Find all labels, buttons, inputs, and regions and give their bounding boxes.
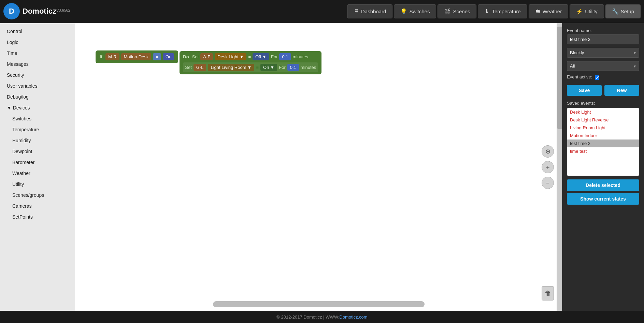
new-button[interactable]: New (604, 85, 639, 96)
zoom-out-button[interactable]: － (542, 177, 554, 189)
do-label: Do (183, 54, 189, 59)
scenes-tab-label: Scenes (453, 9, 470, 14)
switches-tab-label: Switches (409, 9, 430, 14)
sidebar-item-temperature[interactable]: Temperature (0, 124, 75, 135)
sidebar-item-user-variables[interactable]: User variables (0, 80, 75, 91)
footer: © 2012-2017 Domoticz | WWW: Domoticz.com (0, 311, 644, 323)
sidebar-item-control[interactable]: Control (0, 26, 75, 37)
setup-tab-label: Setup (621, 9, 634, 14)
sidebar-item-switches[interactable]: Switches (0, 113, 75, 124)
sidebar-item-barometer[interactable]: Barometer (0, 157, 75, 168)
nav-tab-dashboard[interactable]: 🖥Dashboard (347, 4, 392, 18)
delete-selected-button[interactable]: Delete selected (567, 179, 639, 191)
event-item-desk-light[interactable]: Desk Light (567, 108, 639, 116)
logo-icon: D (3, 3, 20, 19)
blockly-canvas[interactable]: If M-R Motion-Desk = On Do Set A-F Desk … (75, 23, 562, 311)
app-name: Domoticz (23, 7, 56, 15)
blockly-select[interactable]: Blockly (567, 48, 639, 58)
canvas-controls: ⊕ ＋ － (542, 145, 554, 189)
do2-value: 0.1 (287, 64, 299, 71)
sidebar-item-messages[interactable]: Messages (0, 59, 75, 70)
scrollbar-thumb[interactable] (557, 27, 562, 129)
event-item-test-time-2[interactable]: test time 2 (567, 140, 639, 147)
sidebar-item-dewpoint[interactable]: Dewpoint (0, 146, 75, 157)
event-item-desk-light-reverse[interactable]: Desk Light Reverse (567, 116, 639, 124)
sidebar-item-utility[interactable]: Utility (0, 179, 75, 190)
temperature-tab-icon: 🌡 (484, 8, 490, 14)
device-name-chip[interactable]: Motion-Desk (121, 53, 152, 60)
utility-tab-icon: ⚡ (576, 8, 583, 15)
recenter-button[interactable]: ⊕ (542, 145, 554, 158)
footer-link[interactable]: Domoticz.com (339, 314, 367, 320)
event-item-time-test[interactable]: time test (567, 147, 639, 155)
sidebar-item-scenes-groups[interactable]: Scenes/groups (0, 190, 75, 201)
dashboard-tab-icon: 🖥 (354, 8, 359, 14)
event-item-living-room-light[interactable]: Living Room Light (567, 124, 639, 132)
nav-tab-temperature[interactable]: 🌡Temperature (478, 4, 527, 18)
do1-unit: minutes (293, 54, 309, 59)
sidebar-item-devices[interactable]: ▼ Devices (0, 102, 75, 113)
nav-tab-weather[interactable]: 🌧Weather (529, 4, 568, 18)
do-row-2: Set G-L Light Living Room ▼ = On ▼ For 0… (183, 62, 318, 72)
do2-device[interactable]: Light Living Room ▼ (208, 64, 254, 71)
do1-value: 0.1 (279, 53, 291, 60)
canvas-vertical-scrollbar[interactable] (557, 23, 562, 311)
sidebar-item-security[interactable]: Security (0, 70, 75, 80)
if-row: If M-R Motion-Desk = On (100, 53, 174, 60)
event-name-label: Event name: (567, 28, 639, 33)
trash-button[interactable]: 🗑 (542, 286, 554, 300)
nav-tab-utility[interactable]: ⚡Utility (570, 4, 604, 18)
saved-events-label: Saved events: (567, 101, 639, 106)
canvas-horizontal-scrollbar[interactable] (213, 301, 425, 307)
dashboard-tab-label: Dashboard (361, 9, 386, 14)
set-label-1: Set (192, 54, 199, 59)
blockly-select-wrapper: Blockly (567, 48, 639, 58)
show-current-states-button[interactable]: Show current states (567, 193, 639, 205)
blocks-container: If M-R Motion-Desk = On Do Set A-F Desk … (96, 50, 321, 74)
do1-device[interactable]: Desk Light ▼ (215, 53, 246, 60)
all-select[interactable]: All (567, 61, 639, 71)
weather-tab-icon: 🌧 (535, 8, 541, 14)
sidebar-item-time[interactable]: Time (0, 48, 75, 59)
if-block: If M-R Motion-Desk = On (96, 50, 178, 63)
sidebar: ControlLogicTimeMessagesSecurityUser var… (0, 23, 75, 311)
right-panel: Event name: Blockly All Event active: Sa… (562, 23, 644, 311)
save-button[interactable]: Save (567, 85, 602, 96)
app-version: V3.6562 (56, 8, 70, 12)
sidebar-item-weather[interactable]: Weather (0, 168, 75, 179)
do-block: Do Set A-F Desk Light ▼ = Off ▼ For 0.1 … (180, 51, 321, 74)
footer-text: © 2012-2017 Domoticz | WWW: (276, 314, 339, 320)
do2-for: For (279, 65, 286, 70)
all-select-wrapper: All (567, 61, 639, 71)
canvas-area[interactable]: If M-R Motion-Desk = On Do Set A-F Desk … (75, 23, 562, 311)
zoom-in-button[interactable]: ＋ (542, 161, 554, 173)
sidebar-item-debug-log[interactable]: Debug/log (0, 91, 75, 102)
saved-events-list[interactable]: Desk LightDesk Light ReverseLiving Room … (567, 108, 639, 176)
sidebar-item-humidity[interactable]: Humidity (0, 135, 75, 146)
do-row-1: Do Set A-F Desk Light ▼ = Off ▼ For 0.1 … (183, 53, 318, 60)
topbar: D DomoticzV3.6562 🖥Dashboard💡Switches🎬Sc… (0, 0, 644, 23)
eq-chip[interactable]: = (153, 53, 161, 60)
event-item-motion-indoor[interactable]: Motion Indoor (567, 132, 639, 140)
nav-tab-switches[interactable]: 💡Switches (394, 4, 436, 18)
action-buttons: Save New (567, 85, 639, 96)
event-name-input[interactable] (567, 34, 639, 44)
switches-tab-icon: 💡 (400, 8, 407, 15)
utility-tab-label: Utility (585, 9, 598, 14)
set-label-2: Set (185, 65, 192, 70)
do2-prefix: G-L (194, 64, 206, 71)
do1-state[interactable]: Off ▼ (253, 53, 269, 60)
event-active-checkbox[interactable] (595, 75, 599, 80)
do2-eq: = (256, 65, 259, 70)
do2-state[interactable]: On ▼ (260, 64, 277, 71)
do1-for: For (271, 54, 278, 59)
temperature-tab-label: Temperature (492, 9, 520, 14)
sidebar-item-setpoints[interactable]: SetPoints (0, 211, 75, 222)
sidebar-item-logic[interactable]: Logic (0, 37, 75, 48)
state-chip[interactable]: On (163, 53, 174, 60)
do1-prefix: A-F (200, 53, 213, 60)
nav-tab-scenes[interactable]: 🎬Scenes (438, 4, 476, 18)
sidebar-item-cameras[interactable]: Cameras (0, 201, 75, 211)
nav-tab-setup[interactable]: 🔧Setup (605, 4, 641, 18)
if-label: If (100, 54, 102, 59)
